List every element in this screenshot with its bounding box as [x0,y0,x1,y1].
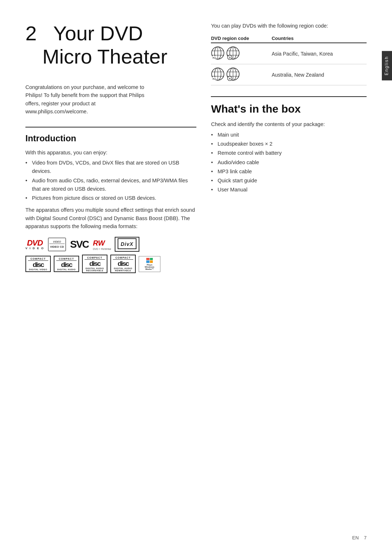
list-item: Remote control with battery [211,149,367,157]
whats-in-box-list: Main unit Loudspeaker boxes × 2 Remote c… [211,131,367,194]
cd-compact-label3: COMPACT [85,256,105,260]
cd-sub-label2: DIGItAL AudIO [57,268,76,271]
page: English 2 Your DVD Micro Theater Congrat… [0,0,392,555]
list-item: User Manual [211,186,367,194]
svg-text:ALL: ALL [213,78,217,80]
windows-media-logo: PlaysWindowsMedia™ [139,256,160,272]
two-column-layout: 2 Your DVD Micro Theater Congratulations… [25,22,367,273]
svcd-logo: SVCD [70,237,89,252]
welcome-text: Congratulations on your purchase, and we… [25,83,149,116]
dvd-sub-text: V I D E O [25,247,44,250]
svg-text:DVD + ReWritable: DVD + ReWritable [93,248,111,250]
svg-text:RW: RW [93,239,106,247]
list-item: Main unit [211,131,367,139]
dvd-rw-logo: RW DVD + ReWritable [92,238,111,251]
globe-icon-1: ALL [211,46,225,60]
media-logos-row1: DVD V I D E O VIDEO VIDEO CD SVCD [25,237,196,252]
side-tab: English [382,51,392,80]
media-logos-row2: COMPACT disc DIGITAL VIDEO COMPACT disc … [25,255,196,273]
chapter-title-line1: Your DVD [53,22,143,45]
region-code-cell-2: ALL [211,64,271,85]
introduction-heading: Introduction [25,133,196,143]
footer: EN 7 [352,535,367,540]
region-icons-row1: ALL [211,46,269,61]
list-item: Pictures from picture discs or stored on… [25,194,196,202]
chapter-title: 2 Your DVD Micro Theater [25,22,196,69]
cd-disc-label: disc [33,261,44,268]
cd-digital-audio-logo: COMPACT disc DIGItAL AudIO [54,256,79,272]
globe-icon-2: ALL [211,67,225,81]
windows-media-text: PlaysWindowsMedia™ [145,264,154,270]
region-col1-header: DVD region code [211,34,271,43]
list-item: Audio from audio CDs, radio, external de… [25,177,196,193]
right-column: You can play DVDs with the following reg… [211,22,367,273]
region-countries-cell-2: Australia, New Zealand [271,64,367,85]
list-item: MP3 link cable [211,167,367,176]
globe-all-badge-2: ALL [211,67,225,82]
globe-all-badge: ALL [211,46,225,61]
apparatus-body-text: The apparatus offers you multiple sound … [25,206,196,230]
cd-sub-label: DIGITAL VIDEO [29,268,47,271]
svg-text:4: 4 [229,77,231,80]
cd-digital-video-logo: COMPACT disc DIGITAL VIDEO [25,256,51,272]
divx-logo: DivX [115,237,139,252]
svg-text:ALL: ALL [213,57,217,59]
svg-text:DivX: DivX [121,241,134,247]
intro-bullet-list: Video from DVDs, VCDs, and DivX files th… [25,159,196,202]
cd-sub-label3: DIGITAL AUDIORecordable [86,267,104,272]
cd-compact-label: COMPACT [28,258,48,261]
footer-page: 7 [364,535,367,540]
svg-text:VIDEO: VIDEO [53,240,61,243]
cd-compact-label4: COMPACT [113,256,133,260]
region-countries-cell-1: Asia Pacific, Taiwan, Korea [271,43,367,64]
globe-icon-num4: 4 [226,67,240,81]
dvd-video-logo: DVD V I D E O [25,239,44,250]
whats-in-box-heading: What's in the box [211,103,367,115]
whats-in-box-section: What's in the box Check and identify the… [211,96,367,194]
dvd-text: DVD [27,239,42,247]
whats-in-box-intro: Check and identify the contents of your … [211,120,367,128]
cd-disc-label3: disc [89,260,100,267]
svg-rect-0 [48,238,66,251]
list-item: Quick start guide [211,177,367,185]
list-item: Audio/video cable [211,158,367,167]
cd-rewritable-logo: COMPACT disc DIGITAL AUDIOReWritable [110,255,136,273]
videocd-logo: VIDEO VIDEO CD [48,238,66,251]
left-column: 2 Your DVD Micro Theater Congratulations… [25,22,196,273]
cd-recordable-logo: COMPACT disc DIGITAL AUDIORecordable [82,255,107,273]
chapter-number: 2 [25,22,37,45]
cd-disc-label4: disc [118,260,128,267]
chapter-title-line2: Micro Theater [42,45,167,68]
table-row: ALL [211,43,367,64]
intro-body-text: With this apparatus, you can enjoy: [25,149,196,157]
table-row: ALL [211,64,367,85]
cd-compact-label2: COMPACT [56,258,77,261]
svg-text:3: 3 [229,56,231,59]
region-code-cell: ALL [211,43,271,64]
footer-lang: EN [352,535,359,540]
list-item: Loudspeaker boxes × 2 [211,140,367,148]
region-table: DVD region code Countries [211,34,367,85]
region-icons-row2: ALL [211,67,269,82]
cd-sub-label4: DIGITAL AUDIOReWritable [114,267,132,272]
region-intro-text: You can play DVDs with the following reg… [211,22,367,30]
section-divider-intro [25,127,196,127]
windows-flag-icon [146,258,153,263]
list-item: Video from DVDs, VCDs, and DivX files th… [25,159,196,175]
globe-icon-num3: 3 [226,46,240,60]
section-divider-box [211,96,367,97]
globe-num3-badge: 3 [226,46,240,61]
svg-text:SVCD: SVCD [70,239,89,250]
globe-num4-badge: 4 [226,67,240,82]
region-col2-header: Countries [271,34,367,43]
cd-disc-label2: disc [61,261,72,268]
svg-text:VIDEO CD: VIDEO CD [50,245,64,248]
